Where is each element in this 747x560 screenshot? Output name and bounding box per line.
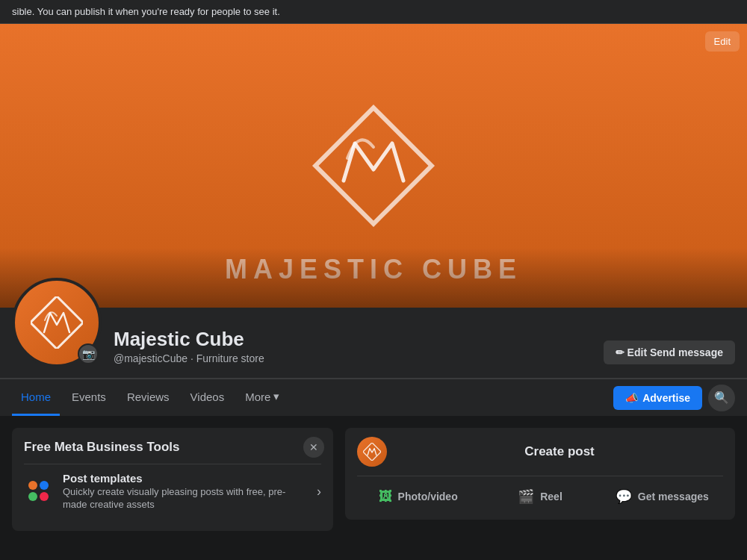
- close-icon: ✕: [309, 441, 318, 453]
- meta-tools-title: Free Meta Business Tools: [24, 440, 321, 455]
- edit-cover-button[interactable]: Edit: [705, 31, 740, 52]
- advertise-button[interactable]: 📣 Advertise: [613, 386, 702, 410]
- profile-section: 📷 Majestic Cube @majesticCube · Furnitur…: [0, 308, 747, 379]
- tab-home[interactable]: Home: [12, 380, 60, 416]
- profile-handle: @majesticCube · Furniture store: [114, 352, 604, 364]
- post-actions: 🖼 Photo/video 🎬 Reel 💬 Get messages: [357, 476, 723, 511]
- tab-videos-label: Videos: [190, 391, 225, 403]
- profile-name: Majestic Cube: [114, 328, 604, 351]
- camera-icon: 📷: [82, 348, 95, 360]
- close-meta-tools-button[interactable]: ✕: [303, 437, 324, 458]
- tab-events-label: Events: [72, 391, 106, 403]
- create-post-label: Create post: [396, 444, 723, 459]
- nav-tabs-right: 📣 Advertise 🔍: [613, 385, 735, 411]
- right-panel: Create post 🖼 Photo/video 🎬 Reel 💬 Get m…: [345, 428, 735, 560]
- get-messages-button[interactable]: 💬 Get messages: [601, 482, 723, 511]
- tab-more[interactable]: More ▾: [236, 379, 288, 416]
- post-avatar-logo: [363, 443, 381, 461]
- photo-video-button[interactable]: 🖼 Photo/video: [357, 482, 479, 511]
- tool-arrow-icon: ›: [317, 484, 321, 500]
- svg-rect-1: [31, 296, 83, 349]
- nav-tabs: Home Events Reviews Videos More ▾ 📣 Adve…: [0, 379, 747, 416]
- profile-text: Majestic Cube @majesticCube · Furniture …: [114, 328, 604, 367]
- photo-video-label: Photo/video: [398, 491, 458, 503]
- create-post-header: Create post: [357, 437, 723, 467]
- tab-reviews-label: Reviews: [127, 391, 170, 403]
- tool-text: Post templates Quickly create visually p…: [63, 472, 308, 511]
- tab-reviews[interactable]: Reviews: [118, 380, 179, 416]
- tool-title: Post templates: [63, 472, 308, 485]
- tab-events[interactable]: Events: [63, 380, 115, 416]
- post-avatar-small: [357, 437, 387, 467]
- tab-home-label: Home: [21, 391, 51, 403]
- meta-tools-card: Free Meta Business Tools ✕ Post template…: [12, 428, 333, 531]
- profile-avatar-wrap: 📷: [12, 278, 102, 367]
- svg-rect-0: [315, 108, 432, 224]
- search-icon: 🔍: [714, 391, 729, 405]
- chevron-down-icon: ▾: [273, 390, 279, 403]
- photo-video-icon: 🖼: [379, 489, 392, 505]
- cover-photo: MAJESTIC CUBE Edit: [0, 24, 747, 308]
- post-templates-icon: [24, 476, 54, 506]
- tab-videos[interactable]: Videos: [182, 380, 234, 416]
- left-panel: Free Meta Business Tools ✕ Post template…: [12, 428, 333, 560]
- profile-info-row: 📷 Majestic Cube @majesticCube · Furnitur…: [12, 308, 735, 378]
- notification-bar: sible. You can publish it when you're re…: [0, 0, 747, 24]
- get-messages-label: Get messages: [638, 491, 709, 503]
- create-post-card: Create post 🖼 Photo/video 🎬 Reel 💬 Get m…: [345, 428, 735, 520]
- reel-button[interactable]: 🎬 Reel: [479, 482, 601, 511]
- megaphone-icon: 📣: [625, 392, 638, 404]
- tool-item-post-templates[interactable]: Post templates Quickly create visually p…: [24, 464, 321, 519]
- edit-send-message-button[interactable]: ✏ Edit Send message: [604, 340, 735, 364]
- reel-icon: 🎬: [518, 488, 534, 505]
- tool-desc: Quickly create visually pleasing posts w…: [63, 486, 308, 511]
- cover-logo: [291, 84, 456, 248]
- camera-button[interactable]: 📷: [78, 343, 99, 364]
- content-area: Free Meta Business Tools ✕ Post template…: [0, 416, 747, 560]
- messages-icon: 💬: [616, 488, 632, 505]
- avatar-logo-svg: [31, 296, 83, 349]
- profile-actions: ✏ Edit Send message: [604, 340, 735, 367]
- cover-logo-svg: [291, 84, 456, 248]
- tab-more-label: More: [245, 391, 270, 403]
- advertise-label: Advertise: [642, 392, 690, 404]
- reel-label: Reel: [540, 491, 562, 503]
- nav-tabs-left: Home Events Reviews Videos More ▾: [12, 379, 288, 416]
- notification-text: sible. You can publish it when you're re…: [12, 6, 280, 17]
- search-button[interactable]: 🔍: [708, 385, 735, 411]
- cover-dark-overlay: [0, 248, 747, 308]
